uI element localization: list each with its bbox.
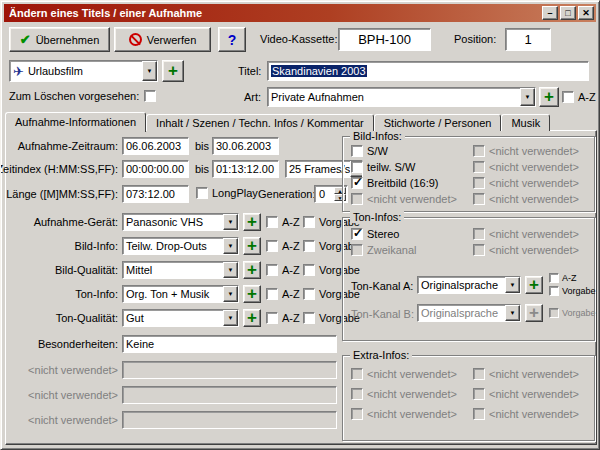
tab-stichworte-personen[interactable]: Stichworte / Personen: [374, 114, 502, 131]
chevron-down-icon[interactable]: [505, 277, 520, 293]
bild-info-select[interactable]: Teilw. Drop-Outs: [122, 237, 239, 255]
chevron-down-icon[interactable]: [223, 310, 238, 326]
checkbox-box: [473, 161, 485, 173]
unused-field-input: [122, 386, 337, 404]
zeitraum-von-input[interactable]: 06.06.2003: [122, 137, 189, 155]
checkbox-box[interactable]: [549, 286, 559, 296]
checkbox-box[interactable]: [303, 312, 315, 324]
unused-checkbox: <nicht verwendet>: [473, 228, 579, 240]
position-label: Position:: [454, 33, 496, 45]
stereo-checkbox[interactable]: Stereo: [351, 228, 399, 240]
discard-button[interactable]: Verwerfen: [114, 27, 211, 52]
ton-infos-title: Ton-Infos:: [350, 211, 404, 223]
maximize-button[interactable]: [560, 6, 576, 20]
title-input[interactable]: Skandinavien 2003: [267, 61, 589, 81]
bild-info-az-checkbox[interactable]: A-Z: [266, 240, 300, 252]
add-ton-qualitaet-button[interactable]: [243, 309, 261, 327]
minimize-button[interactable]: [542, 6, 558, 20]
aufnahme-geraet-select[interactable]: Panasonic VHS: [122, 213, 239, 231]
chevron-down-icon[interactable]: [142, 61, 157, 81]
checkbox-box[interactable]: [351, 228, 363, 240]
checkbox-box[interactable]: [303, 216, 315, 228]
ton-info-value: Org. Ton + Musik: [126, 288, 209, 300]
tab-strip: Aufnahme-Informationen Inhalt / Szenen /…: [5, 111, 550, 131]
checkbox-box[interactable]: [303, 240, 315, 252]
aufnahme-geraet-az-checkbox[interactable]: A-Z: [266, 216, 300, 228]
add-category-button[interactable]: [162, 60, 184, 82]
add-art-button[interactable]: [539, 87, 559, 107]
ton-qualitaet-az-checkbox[interactable]: A-Z: [266, 312, 300, 324]
add-aufnahme-geraet-button[interactable]: [243, 213, 261, 231]
help-button[interactable]: ?: [218, 27, 246, 52]
unused-field-input: [122, 411, 337, 429]
checkbox-box[interactable]: [549, 273, 559, 283]
category-value: Urlaubsfilm: [28, 65, 83, 77]
bild-qualitaet-select[interactable]: Mittel: [122, 261, 239, 279]
art-az-checkbox[interactable]: A-Z: [562, 91, 596, 103]
cassette-value-field: BPH-100: [338, 28, 431, 51]
ton-qualitaet-select[interactable]: Gut: [122, 309, 239, 327]
teilw-sw-checkbox[interactable]: teilw. S/W: [351, 161, 415, 173]
bild-infos-title: Bild-Infos:: [350, 130, 405, 142]
checkbox-box[interactable]: [266, 264, 278, 276]
besonderheiten-input[interactable]: Keine: [122, 335, 337, 353]
apply-button-label: Übernehmen: [36, 34, 100, 46]
checkbox-box[interactable]: [266, 288, 278, 300]
ton-kanal-a-az-checkbox[interactable]: A-Z: [549, 273, 577, 283]
delete-flag-checkbox[interactable]: [144, 90, 156, 102]
chevron-down-icon[interactable]: [223, 262, 238, 278]
bis-label: bis: [195, 140, 209, 152]
checkbox-box[interactable]: [266, 216, 278, 228]
tab-inhalt-szenen[interactable]: Inhalt / Szenen / Techn. Infos / Komment…: [146, 114, 374, 131]
zeitraum-bis-input[interactable]: 30.06.2003: [212, 137, 279, 155]
ton-info-select[interactable]: Org. Ton + Musik: [122, 285, 239, 303]
bild-qualitaet-az-checkbox[interactable]: A-Z: [266, 264, 300, 276]
unused-label: <nicht verwendet>: [367, 408, 457, 420]
checkbox-box[interactable]: [562, 91, 574, 103]
sw-checkbox[interactable]: S/W: [351, 145, 388, 157]
zeitindex-von-input[interactable]: 00:00:00.00: [122, 160, 189, 178]
extra-infos-group: Extra-Infos: <nicht verwendet> <nicht ve…: [342, 355, 595, 441]
chevron-down-icon[interactable]: [223, 238, 238, 254]
checkbox-box[interactable]: [351, 177, 363, 189]
unused-checkbox: <nicht verwendet>: [473, 388, 579, 400]
ton-kanal-a-select[interactable]: Originalsprache: [417, 276, 521, 294]
cassette-label: Video-Kassette:: [260, 33, 337, 45]
checkbox-box[interactable]: [196, 187, 208, 199]
longplay-label: LongPlay: [212, 187, 258, 199]
breitbild-checkbox[interactable]: Breitbild (16:9): [351, 177, 439, 189]
tab-aufnahme-informationen[interactable]: Aufnahme-Informationen: [5, 112, 146, 132]
chevron-down-icon[interactable]: [223, 214, 238, 230]
checkbox-box[interactable]: [303, 264, 315, 276]
checkbox-box[interactable]: [266, 240, 278, 252]
az-label: A-Z: [282, 240, 300, 252]
framerate-value: 25 Frames/s: [289, 163, 350, 175]
chevron-down-icon[interactable]: [520, 88, 535, 106]
tab-musik[interactable]: Musik: [501, 114, 550, 131]
art-select[interactable]: Private Aufnahmen: [267, 87, 536, 107]
laenge-input[interactable]: 073:12.00: [122, 185, 189, 203]
checkbox-box[interactable]: [351, 161, 363, 173]
ton-info-az-checkbox[interactable]: A-Z: [266, 288, 300, 300]
add-bild-info-button[interactable]: [243, 237, 261, 255]
close-button[interactable]: [578, 6, 594, 20]
checkbox-box[interactable]: [351, 145, 363, 157]
add-bild-qualitaet-button[interactable]: [243, 261, 261, 279]
category-select[interactable]: Urlaubsfilm: [9, 60, 158, 82]
apply-button[interactable]: Übernehmen: [9, 27, 110, 52]
az-label: A-Z: [562, 273, 577, 283]
checkbox-box: [351, 244, 363, 256]
laenge-label: Länge ([M]MM:SS,FF):: [6, 188, 118, 200]
longplay-checkbox[interactable]: LongPlay: [196, 187, 258, 199]
add-ton-info-button[interactable]: [243, 285, 261, 303]
checkbox-box[interactable]: [303, 288, 315, 300]
ton-kanal-a-vorgabe-checkbox[interactable]: Vorgabe: [549, 286, 596, 296]
bild-qualitaet-value: Mittel: [126, 264, 152, 276]
chevron-down-icon[interactable]: [223, 286, 238, 302]
unused-label: <nicht verwendet>: [367, 388, 457, 400]
add-ton-kanal-a-button[interactable]: [525, 276, 543, 294]
zeitindex-bis-input[interactable]: 01:13:12.00: [212, 160, 279, 178]
checkbox-box: [473, 368, 485, 380]
zeitraum-label: Aufnahme-Zeitraum:: [18, 140, 118, 152]
checkbox-box[interactable]: [266, 312, 278, 324]
